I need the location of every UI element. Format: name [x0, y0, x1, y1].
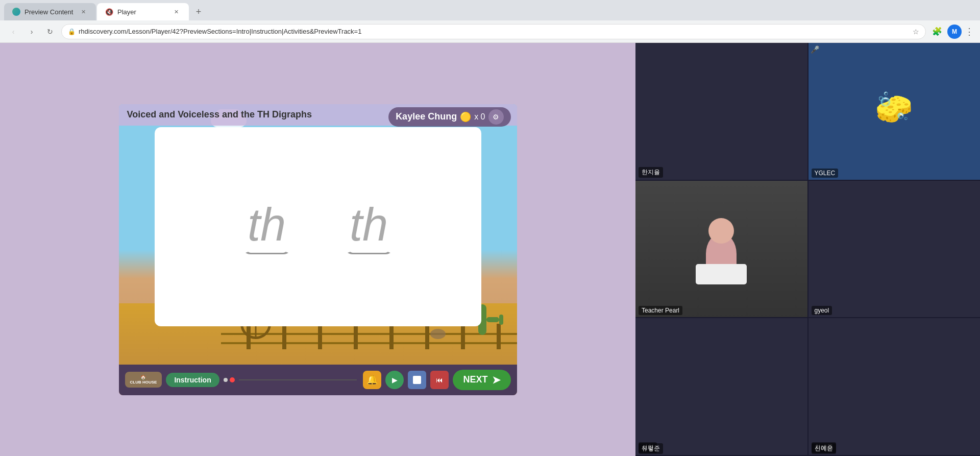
digraph-text-1: th [248, 199, 286, 251]
tab1-label: Preview Content [24, 8, 73, 16]
coin-count: x 0 [474, 112, 485, 122]
bell-icon: 🔔 [366, 374, 378, 386]
nav-right: 🧩 M ⋮ [930, 25, 974, 39]
participant-name-teacher: Teacher Pearl [639, 306, 682, 315]
tab1-icon [12, 8, 20, 16]
fence-rail-2 [221, 342, 517, 344]
rewind-button[interactable]: ⏮ [430, 371, 449, 389]
play-button[interactable]: ▶ [385, 371, 404, 389]
tab2-audio-icon: 🔇 [105, 8, 113, 16]
forward-button[interactable]: › [24, 25, 39, 39]
profile-button[interactable]: M [947, 25, 962, 39]
main-area: Voiced and Voiceless and the TH Digraphs… [0, 43, 980, 456]
house-icon: 🏠 [140, 375, 146, 380]
fence-post-4 [354, 324, 358, 349]
progress-bar [239, 379, 357, 380]
video-sidebar: 한지율 🧽 🎤 YGLEC Teacher Pearl gyeol [635, 43, 980, 456]
digraph-text-2: th [350, 199, 388, 251]
rewind-icon: ⏮ [436, 376, 443, 384]
clubhouse-label: CLUB HOUSE [130, 380, 157, 385]
game-container: Voiced and Voiceless and the TH Digraphs… [119, 104, 517, 395]
video-cell-choeyejun: 최예준 [808, 318, 981, 455]
fence-post-2 [282, 324, 286, 349]
progress-dots [224, 377, 359, 382]
browser-chrome: Preview Content ✕ 🔇 Player ✕ + ‹ › ↻ 🔒 r… [0, 0, 980, 43]
settings-icon[interactable]: ⚙ [488, 109, 504, 125]
refresh-button[interactable]: ↻ [43, 25, 57, 39]
digraph-underline-1 [241, 245, 292, 254]
bookmark-icon[interactable]: ☆ [913, 28, 919, 36]
control-bar: 🏠 CLUB HOUSE Instruction 🔔 [119, 365, 517, 395]
digraph-underline-2 [344, 245, 395, 254]
content-card: th th [155, 127, 481, 326]
next-label: NEXT [463, 374, 487, 385]
fence-post-3 [318, 324, 322, 349]
coin-icon: 🟡 [460, 111, 471, 123]
tumbleweed [430, 329, 446, 339]
game-title: Voiced and Voiceless and the TH Digraphs [127, 109, 312, 120]
stop-button[interactable] [408, 371, 426, 389]
progress-dot-active [230, 377, 235, 382]
extensions-icon[interactable]: 🧩 [930, 25, 944, 39]
clubhouse-button[interactable]: 🏠 CLUB HOUSE [125, 372, 162, 388]
fence-post-5 [389, 324, 394, 349]
video-cell-gyeol: gyeol [808, 181, 981, 318]
fence-post-7 [461, 324, 465, 349]
participant-name-gyeol: gyeol [812, 306, 832, 315]
bell-button[interactable]: 🔔 [363, 371, 381, 389]
menu-button[interactable]: ⋮ [965, 26, 974, 37]
tab2-label: Player [117, 8, 136, 16]
new-tab-button[interactable]: + [190, 3, 207, 20]
player-area: Voiced and Voiceless and the TH Digraphs… [0, 43, 635, 456]
video-cell-siyeol: 시열 [635, 318, 807, 455]
lock-icon: 🔒 [68, 28, 76, 35]
digraph-item-1: th [241, 199, 292, 254]
tab-bar: Preview Content ✕ 🔇 Player ✕ + [0, 0, 980, 20]
tab1-close[interactable]: ✕ [79, 7, 88, 16]
participant-name-1: 한지율 [639, 167, 663, 178]
back-button[interactable]: ‹ [6, 25, 20, 39]
participant-name-shinyeun: 신예은 [812, 443, 836, 454]
video-cell-teacher: Teacher Pearl [635, 181, 807, 318]
instruction-label: Instruction [174, 376, 211, 384]
tab-player[interactable]: 🔇 Player ✕ [97, 3, 189, 20]
participant-name-yuryeoljun: 유렇준 [639, 443, 663, 454]
video-cell-yglec: 🧽 🎤 YGLEC [808, 43, 981, 180]
mic-muted-icon-yglec: 🎤 [811, 45, 819, 54]
next-button[interactable]: NEXT ➤ [453, 370, 510, 390]
address-text: rhdiscovery.com/Lesson/Player/42?Preview… [79, 28, 910, 35]
tab-preview-content[interactable]: Preview Content ✕ [4, 3, 96, 20]
player-name: Kaylee Chung [396, 111, 457, 122]
play-icon: ▶ [392, 376, 398, 384]
game-title-bar: Voiced and Voiceless and the TH Digraphs… [119, 104, 517, 126]
participant-name-yglec: YGLEC [812, 169, 839, 178]
tab2-close[interactable]: ✕ [172, 7, 181, 16]
digraph-container: th th [241, 199, 395, 254]
spongebob-avatar: 🧽 [875, 89, 913, 126]
address-bar[interactable]: 🔒 rhdiscovery.com/Lesson/Player/42?Previ… [61, 24, 926, 39]
fence-post-8 [497, 324, 501, 349]
instruction-button[interactable]: Instruction [166, 373, 219, 387]
player-badge: Kaylee Chung 🟡 x 0 ⚙ [388, 107, 510, 127]
digraph-item-2: th [344, 199, 395, 254]
stop-icon [413, 376, 421, 384]
video-cell-hanjiyul: 한지율 [635, 43, 807, 180]
nav-bar: ‹ › ↻ 🔒 rhdiscovery.com/Lesson/Player/42… [0, 20, 980, 43]
next-arrow-icon: ➤ [492, 374, 501, 386]
fence-post-6 [425, 324, 429, 349]
progress-dot-1 [224, 378, 228, 382]
